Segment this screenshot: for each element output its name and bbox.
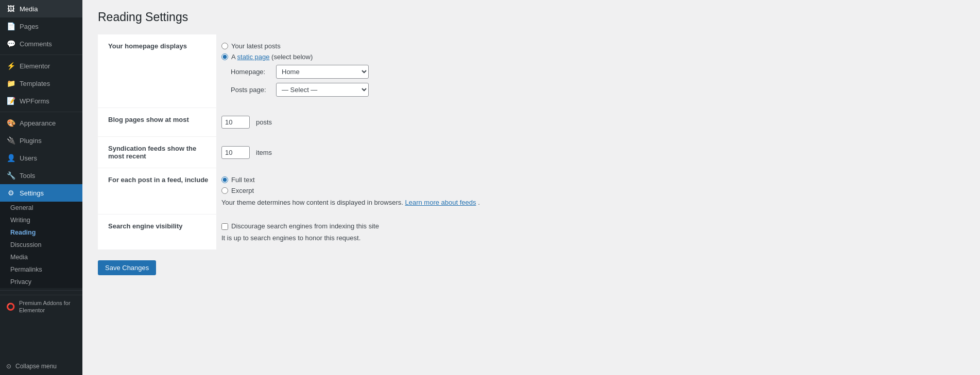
homepage-label: Homepage: [231, 68, 272, 76]
submenu-media[interactable]: Media [0, 251, 82, 263]
reading-settings-form: Your homepage displays Your latest posts… [98, 34, 965, 275]
sidebar-item-label: WPForms [20, 97, 49, 105]
learn-more-feeds-link[interactable]: Learn more about feeds [405, 199, 476, 206]
sidebar-item-label: Media [20, 5, 38, 13]
collapse-icon: ⊙ [6, 363, 11, 370]
search-checkbox-label[interactable]: Discourage search engines from indexing … [221, 222, 959, 230]
submenu-label: Media [10, 254, 28, 261]
premium-label: Premium Addons for Elementor [19, 299, 76, 314]
users-icon: 👤 [6, 153, 15, 163]
page-title: Reading Settings [98, 10, 965, 24]
collapse-label: Collapse menu [15, 363, 57, 370]
radio-static-page-label[interactable]: A static page (select below) [221, 53, 959, 61]
radio-static-page[interactable] [221, 53, 228, 60]
sidebar-item-label: Settings [20, 189, 44, 197]
settings-icon: ⚙ [6, 188, 15, 198]
pages-icon: 📄 [6, 22, 15, 31]
comments-icon: 💬 [6, 39, 15, 48]
static-page-link[interactable]: static page [237, 53, 270, 61]
search-checkbox-text: Discourage search engines from indexing … [231, 222, 379, 230]
sidebar-item-users[interactable]: 👤 Users [0, 149, 82, 167]
wpforms-icon: 📝 [6, 96, 15, 105]
blog-pages-input[interactable] [221, 116, 250, 129]
submenu-permalinks[interactable]: Permalinks [0, 263, 82, 276]
templates-icon: 📁 [6, 79, 15, 88]
blog-pages-row: Blog pages show at most posts [98, 108, 965, 137]
sidebar-item-appearance[interactable]: 🎨 Appearance [0, 114, 82, 132]
radio-latest-posts-label[interactable]: Your latest posts [221, 42, 959, 50]
tools-icon: 🔧 [6, 171, 15, 180]
premium-addons[interactable]: ⭕ Premium Addons for Elementor [0, 295, 82, 318]
sidebar-item-label: Comments [20, 40, 52, 48]
sidebar-item-label: Pages [20, 23, 39, 30]
search-visibility-checkbox[interactable] [221, 223, 228, 230]
sidebar-item-media[interactable]: 🖼 Media [0, 0, 82, 17]
feed-note: Your theme determines how content is dis… [221, 199, 959, 206]
sidebar-item-settings[interactable]: ⚙ Settings [0, 184, 82, 202]
submenu-writing[interactable]: Writing [0, 214, 82, 226]
submenu-label: Discussion [10, 241, 41, 248]
submenu-label: Writing [10, 217, 30, 224]
syndication-row: Syndication feeds show the most recent i… [98, 137, 965, 168]
feed-include-control: Full text Excerpt Your theme determines … [216, 168, 965, 214]
homepage-displays-label: Your homepage displays [98, 34, 216, 108]
submenu-label: Privacy [10, 278, 31, 285]
submenu-reading[interactable]: Reading [0, 226, 82, 239]
submenu-label: General [10, 204, 33, 211]
search-visibility-row: Search engine visibility Discourage sear… [98, 215, 965, 250]
sidebar-item-pages[interactable]: 📄 Pages [0, 17, 82, 35]
search-visibility-control: Discourage search engines from indexing … [216, 215, 965, 249]
submenu-label: Permalinks [10, 266, 42, 273]
plugins-icon: 🔌 [6, 136, 15, 145]
radio-static-page-text: A static page (select below) [231, 53, 313, 61]
sidebar-item-templates[interactable]: 📁 Templates [0, 75, 82, 92]
syndication-label: Syndication feeds show the most recent [98, 137, 216, 168]
posts-page-select-row: Posts page: — Select — [231, 83, 959, 97]
settings-submenu: General Writing Reading Discussion Media… [0, 202, 82, 288]
radio-full-text-label[interactable]: Full text [221, 176, 959, 184]
sidebar-item-elementor[interactable]: ⚡ Elementor [0, 57, 82, 75]
collapse-menu-button[interactable]: ⊙ Collapse menu [0, 358, 82, 375]
sidebar-item-label: Users [20, 154, 37, 162]
appearance-icon: 🎨 [6, 118, 15, 128]
submenu-general[interactable]: General [0, 202, 82, 214]
submenu-label: Reading [10, 229, 36, 236]
posts-page-label: Posts page: [231, 86, 272, 94]
radio-excerpt-label[interactable]: Excerpt [221, 187, 959, 194]
submenu-discussion[interactable]: Discussion [0, 239, 82, 251]
search-note: It is up to search engines to honor this… [221, 234, 959, 242]
radio-excerpt-text: Excerpt [231, 187, 254, 194]
feed-include-label: For each post in a feed, include [98, 168, 216, 214]
posts-page-select[interactable]: — Select — [276, 83, 369, 97]
sidebar-item-tools[interactable]: 🔧 Tools [0, 167, 82, 184]
sidebar-item-label: Appearance [20, 119, 56, 127]
feed-note-prefix: Your theme determines how content is dis… [221, 199, 403, 206]
main-content: Reading Settings Your homepage displays … [82, 0, 980, 375]
submenu-privacy[interactable]: Privacy [0, 276, 82, 288]
syndication-suffix: items [256, 149, 272, 156]
save-changes-button[interactable]: Save Changes [98, 260, 156, 275]
radio-latest-posts[interactable] [221, 43, 228, 49]
sidebar: 🖼 Media 📄 Pages 💬 Comments ⚡ Elementor 📁… [0, 0, 82, 375]
search-visibility-label: Search engine visibility [98, 215, 216, 249]
elementor-icon: ⚡ [6, 61, 15, 70]
homepage-displays-control: Your latest posts A static page (select … [216, 34, 965, 108]
sidebar-item-comments[interactable]: 💬 Comments [0, 35, 82, 52]
radio-full-text[interactable] [221, 176, 228, 183]
homepage-select-row: Homepage: Home [231, 65, 959, 79]
radio-full-text-text: Full text [231, 176, 255, 184]
sidebar-item-label: Tools [20, 172, 35, 180]
sidebar-item-label: Templates [20, 80, 50, 87]
syndication-input[interactable] [221, 146, 250, 159]
radio-excerpt[interactable] [221, 187, 228, 194]
sidebar-item-label: Plugins [20, 137, 42, 145]
radio-latest-posts-text: Your latest posts [231, 42, 281, 50]
homepage-displays-row: Your homepage displays Your latest posts… [98, 34, 965, 108]
homepage-select[interactable]: Home [276, 65, 369, 79]
sidebar-item-wpforms[interactable]: 📝 WPForms [0, 92, 82, 110]
media-icon: 🖼 [6, 4, 15, 13]
premium-icon: ⭕ [6, 302, 15, 311]
feed-note-suffix: . [478, 199, 480, 206]
sidebar-item-label: Elementor [20, 62, 50, 70]
sidebar-item-plugins[interactable]: 🔌 Plugins [0, 132, 82, 149]
